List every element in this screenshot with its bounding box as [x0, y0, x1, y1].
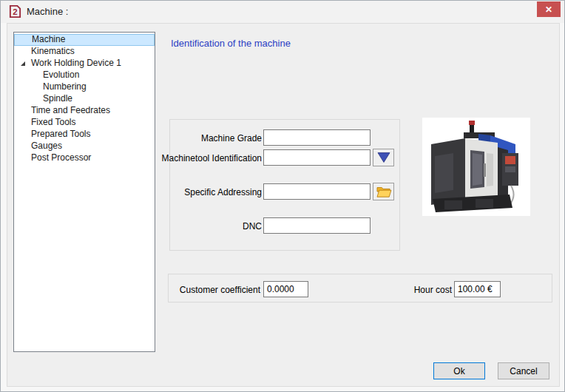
tree-item-label: Prepared Tools — [31, 129, 91, 139]
sidebar-item-numbering[interactable]: Numbering — [14, 81, 155, 93]
tree-item-label: Evolution — [43, 70, 79, 80]
machinetool-identification-label: Machinetool Identification — [149, 153, 262, 163]
cancel-button[interactable]: Cancel — [498, 362, 549, 379]
machine-dialog: 2 Machine : ✕ Machine Kinematics Work Ho… — [0, 0, 565, 392]
specific-addressing-browse-button[interactable] — [373, 183, 394, 200]
machine-grade-field[interactable] — [263, 129, 371, 146]
sidebar-item-work-holding-device-1[interactable]: Work Holding Device 1 — [14, 58, 155, 70]
hour-cost-label: Hour cost — [339, 285, 452, 295]
specific-addressing-label: Specific Addressing — [149, 187, 262, 197]
tree-item-label: Numbering — [43, 81, 87, 92]
page-title: Identification of the machine — [171, 38, 291, 49]
sidebar-item-post-processor[interactable]: Post Processor — [14, 152, 155, 164]
app-logo-icon: 2 — [8, 4, 22, 18]
dnc-field[interactable] — [263, 217, 371, 234]
sidebar-item-kinematics[interactable]: Kinematics — [14, 46, 155, 58]
tree-item-label: Spindle — [43, 93, 72, 104]
svg-text:2: 2 — [13, 7, 17, 16]
window-title: Machine : — [27, 6, 68, 17]
tree-item-label: Gauges — [31, 141, 62, 151]
triangle-down-icon — [376, 152, 391, 163]
customer-coefficient-field[interactable] — [263, 281, 308, 297]
dnc-label: DNC — [149, 221, 262, 232]
ok-button[interactable]: Ok — [433, 362, 485, 379]
close-icon: ✕ — [545, 4, 552, 15]
settings-tree: Machine Kinematics Work Holding Device 1… — [13, 32, 155, 352]
tree-item-label: Time and Feedrates — [31, 105, 110, 115]
ok-button-label: Ok — [453, 366, 464, 376]
sidebar-item-fixed-tools[interactable]: Fixed Tools — [14, 117, 155, 129]
tree-item-label: Post Processor — [31, 152, 91, 163]
sidebar-item-spindle[interactable]: Spindle — [14, 93, 155, 105]
open-folder-icon — [376, 185, 392, 198]
tree-expander-icon[interactable] — [21, 61, 25, 66]
machine-photo — [422, 118, 530, 216]
machine-grade-label: Machine Grade — [149, 133, 262, 143]
customer-coefficient-label: Customer coefficient — [148, 285, 260, 295]
hour-cost-field[interactable] — [454, 281, 501, 297]
machinetool-dropdown-button[interactable] — [373, 149, 394, 166]
sidebar-item-machine[interactable]: Machine — [14, 34, 155, 46]
sidebar-item-time-and-feedrates[interactable]: Time and Feedrates — [14, 105, 155, 117]
sidebar-item-prepared-tools[interactable]: Prepared Tools — [14, 129, 155, 141]
cancel-button-label: Cancel — [510, 366, 537, 376]
title-bar: 2 Machine : ✕ — [1, 1, 564, 23]
sidebar-item-evolution[interactable]: Evolution — [14, 70, 155, 81]
machinetool-identification-field[interactable] — [263, 149, 371, 166]
tree-item-label: Work Holding Device 1 — [31, 58, 121, 68]
cnc-machine-image — [422, 118, 530, 216]
specific-addressing-field[interactable] — [263, 183, 371, 200]
close-button[interactable]: ✕ — [537, 1, 561, 17]
tree-item-label: Kinematics — [31, 46, 75, 56]
sidebar-item-gauges[interactable]: Gauges — [14, 141, 155, 152]
tree-item-label: Fixed Tools — [31, 117, 75, 127]
tree-item-label: Machine — [32, 34, 65, 44]
